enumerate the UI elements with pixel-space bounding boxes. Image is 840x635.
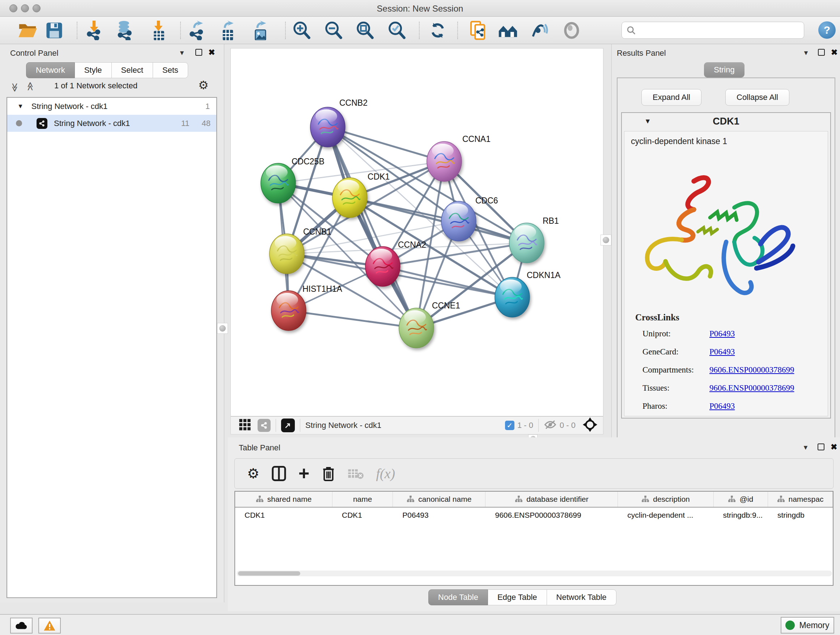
column-header-description[interactable]: description: [618, 492, 714, 507]
share-view-icon[interactable]: [257, 419, 271, 432]
clone-network-icon[interactable]: [467, 20, 490, 41]
tab-node-table[interactable]: Node Table: [428, 589, 488, 605]
tab-select[interactable]: Select: [112, 62, 153, 78]
node-CCNA1[interactable]: [427, 141, 462, 181]
table-cell[interactable]: 9606.ENSP00000378699: [485, 508, 618, 523]
scrollbar-thumb[interactable]: [238, 571, 300, 576]
table-panel-menu-caret-icon[interactable]: ▼: [802, 444, 809, 451]
home-icon[interactable]: [496, 20, 519, 41]
memory-button[interactable]: Memory: [781, 617, 834, 633]
table-row[interactable]: CDK1CDK1P064939606.ENSP00000378699cyclin…: [235, 508, 833, 523]
open-in-window-icon[interactable]: [281, 418, 295, 432]
tab-sets[interactable]: Sets: [153, 62, 188, 78]
node-CCNE1[interactable]: [399, 308, 434, 348]
group-collapse-triangle-icon[interactable]: ▼: [17, 103, 24, 110]
show-columns-icon[interactable]: [272, 466, 286, 481]
add-column-plus-icon[interactable]: +: [298, 466, 309, 481]
column-header-canonical-name[interactable]: canonical name: [393, 492, 485, 507]
collapse-all-button[interactable]: Collapse All: [725, 89, 789, 106]
center-view-crosshair-icon[interactable]: [583, 417, 597, 433]
birdseye-grid-icon[interactable]: [239, 418, 251, 432]
search-input[interactable]: [636, 26, 796, 35]
collapse-all-chevron-icon[interactable]: ≫: [10, 83, 20, 91]
tab-network-table[interactable]: Network Table: [547, 589, 616, 605]
control-panel-close-icon[interactable]: ✖: [208, 49, 215, 57]
network-canvas[interactable]: CCNB2CCNA1CDC25BCDK1CDC6RB1CCNB1CCNA2CDK…: [231, 48, 603, 416]
export-table-icon[interactable]: [216, 20, 240, 41]
tab-string[interactable]: String: [704, 62, 745, 78]
selected-checkbox-icon[interactable]: ✓: [505, 421, 515, 430]
control-panel-float-icon[interactable]: [195, 49, 202, 56]
crosslink-link[interactable]: 9606.ENSP00000378699: [709, 383, 794, 393]
zoom-selected-icon[interactable]: [385, 20, 409, 41]
network-item-row[interactable]: String Network - cdk1 11 48: [7, 115, 216, 132]
table-cell[interactable]: stringdb:9...: [714, 508, 767, 523]
export-network-icon[interactable]: [185, 20, 208, 41]
node-CCNB2[interactable]: [310, 107, 345, 147]
table-cell[interactable]: P06493: [393, 508, 485, 523]
tab-style[interactable]: Style: [75, 62, 112, 78]
node-CDKN1A[interactable]: [495, 277, 530, 317]
table-panel-float-icon[interactable]: [818, 443, 824, 450]
expand-all-button[interactable]: Expand All: [641, 89, 701, 106]
column-header-name[interactable]: name: [332, 492, 393, 507]
left-splitter-handle[interactable]: [217, 323, 228, 334]
open-file-icon[interactable]: [16, 20, 39, 41]
string-network-graph[interactable]: CCNB2CCNA1CDC25BCDK1CDC6RB1CCNB1CCNA2CDK…: [231, 49, 603, 416]
export-image-icon[interactable]: [249, 20, 272, 41]
node-CDC25B[interactable]: [261, 163, 295, 203]
table-cell[interactable]: cyclin-dependent ...: [618, 508, 714, 523]
tab-network[interactable]: Network: [26, 62, 75, 78]
tab-edge-table[interactable]: Edge Table: [488, 589, 547, 605]
cloud-button[interactable]: [10, 618, 33, 633]
node-CDC6[interactable]: [441, 201, 476, 241]
refresh-icon[interactable]: [426, 20, 449, 41]
import-network-database-icon[interactable]: [113, 20, 136, 41]
column-header-shared-name[interactable]: shared name: [235, 492, 332, 507]
column-header-@id[interactable]: @id: [714, 492, 768, 507]
import-table-icon[interactable]: [147, 20, 170, 41]
search-field[interactable]: [622, 22, 804, 39]
table-cell[interactable]: CDK1: [332, 508, 393, 523]
network-options-gear-icon[interactable]: ⚙: [198, 78, 209, 92]
crosslink-link[interactable]: P06493: [709, 347, 735, 356]
node-RB1[interactable]: [509, 223, 544, 263]
save-session-icon[interactable]: [43, 20, 66, 41]
right-splitter-handle[interactable]: [600, 234, 611, 245]
results-panel-close-icon[interactable]: ✖: [831, 49, 837, 57]
results-panel-menu-caret-icon[interactable]: ▼: [803, 49, 809, 57]
hide-panel-eye-icon[interactable]: [527, 20, 551, 41]
crosslink-link[interactable]: P06493: [709, 402, 735, 411]
edge-CCNA2-CDKN1A[interactable]: [383, 266, 512, 297]
edge-CCNB2-CCNE1[interactable]: [328, 127, 416, 328]
table-cell[interactable]: CDK1: [235, 508, 332, 523]
hidden-eye-icon[interactable]: [544, 419, 557, 432]
node-table[interactable]: shared namenamecanonical namedatabase id…: [234, 491, 834, 586]
node-CDK1[interactable]: [332, 178, 367, 218]
zoom-in-icon[interactable]: [290, 20, 313, 41]
node-CCNB1[interactable]: [270, 234, 304, 274]
edge-CCNB2-CCNA1[interactable]: [328, 127, 444, 162]
results-panel-float-icon[interactable]: [818, 49, 825, 56]
zoom-fit-icon[interactable]: [354, 20, 377, 41]
warnings-button[interactable]: [38, 618, 61, 633]
import-network-file-icon[interactable]: [82, 20, 106, 41]
table-panel-close-icon[interactable]: ✖: [831, 443, 837, 451]
column-header-namespac[interactable]: namespac: [768, 492, 833, 507]
column-header-database-identifier[interactable]: database identifier: [485, 492, 618, 507]
table-horizontal-scrollbar[interactable]: [237, 570, 832, 576]
node-CCNA2[interactable]: [365, 247, 400, 287]
help-button[interactable]: ?: [818, 21, 836, 39]
crosslink-link[interactable]: 9606.ENSP00000378699: [709, 365, 794, 375]
control-panel-menu-caret-icon[interactable]: ▼: [179, 49, 185, 57]
network-group-row[interactable]: ▼ String Network - cdk1 1: [7, 98, 216, 115]
delete-column-trash-icon[interactable]: [322, 466, 335, 481]
table-cell[interactable]: stringdb: [768, 508, 833, 523]
show-panel-eye-icon[interactable]: [560, 20, 583, 41]
edge-HIST1H1A-CCNE1[interactable]: [289, 310, 416, 328]
node-HIST1H1A[interactable]: [271, 291, 306, 331]
zoom-out-icon[interactable]: [322, 20, 345, 41]
expand-all-chevron-icon[interactable]: ≫: [25, 83, 35, 91]
table-settings-gear-icon[interactable]: ⚙: [247, 466, 259, 481]
crosslink-link[interactable]: P06493: [709, 329, 735, 339]
